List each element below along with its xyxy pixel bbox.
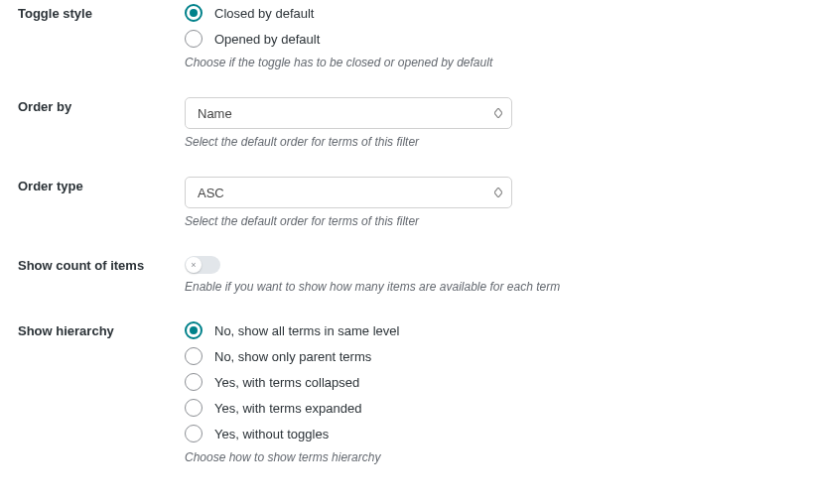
hierarchy-option-collapsed[interactable]: Yes, with terms collapsed bbox=[185, 373, 795, 391]
order-by-value: Name bbox=[198, 106, 232, 121]
radio-icon bbox=[185, 425, 203, 442]
order-type-description: Select the default order for terms of th… bbox=[185, 214, 795, 228]
show-count-toggle[interactable]: × bbox=[185, 256, 220, 274]
order-by-description: Select the default order for terms of th… bbox=[185, 135, 795, 149]
order-by-select[interactable]: Name bbox=[185, 97, 512, 129]
toggle-style-closed[interactable]: Closed by default bbox=[185, 4, 795, 22]
toggle-style-group: Closed by default Opened by default bbox=[185, 4, 795, 48]
radio-label: Opened by default bbox=[214, 32, 320, 47]
radio-icon bbox=[185, 347, 203, 365]
hierarchy-option-expanded[interactable]: Yes, with terms expanded bbox=[185, 399, 795, 417]
radio-label: Yes, without toggles bbox=[214, 427, 329, 441]
hierarchy-option-no-toggles[interactable]: Yes, without toggles bbox=[185, 425, 795, 442]
radio-label: No, show all terms in same level bbox=[214, 323, 399, 338]
radio-icon bbox=[185, 30, 203, 48]
radio-label: Yes, with terms expanded bbox=[214, 401, 361, 416]
radio-label: Closed by default bbox=[214, 6, 314, 21]
show-hierarchy-label: Show hierarchy bbox=[18, 323, 114, 338]
hierarchy-option-same-level[interactable]: No, show all terms in same level bbox=[185, 321, 795, 339]
radio-label: Yes, with terms collapsed bbox=[214, 375, 359, 390]
toggle-off-icon: × bbox=[191, 261, 196, 270]
order-type-select[interactable]: ASC bbox=[185, 177, 512, 208]
radio-icon bbox=[185, 321, 203, 339]
toggle-style-description: Choose if the toggle has to be closed or… bbox=[185, 56, 795, 69]
show-count-label: Show count of items bbox=[18, 258, 144, 273]
order-by-label: Order by bbox=[18, 99, 71, 114]
toggle-style-opened[interactable]: Opened by default bbox=[185, 30, 795, 48]
radio-icon bbox=[185, 4, 203, 22]
order-type-label: Order type bbox=[18, 179, 83, 193]
radio-icon bbox=[185, 373, 203, 391]
order-type-value: ASC bbox=[198, 186, 224, 200]
toggle-style-label: Toggle style bbox=[18, 6, 92, 21]
show-hierarchy-description: Choose how to show terms hierarchy bbox=[185, 450, 795, 464]
show-count-description: Enable if you want to show how many item… bbox=[185, 280, 795, 294]
radio-label: No, show only parent terms bbox=[214, 349, 371, 364]
radio-icon bbox=[185, 399, 203, 417]
hierarchy-option-parent-only[interactable]: No, show only parent terms bbox=[185, 347, 795, 365]
show-hierarchy-group: No, show all terms in same level No, sho… bbox=[185, 321, 795, 442]
